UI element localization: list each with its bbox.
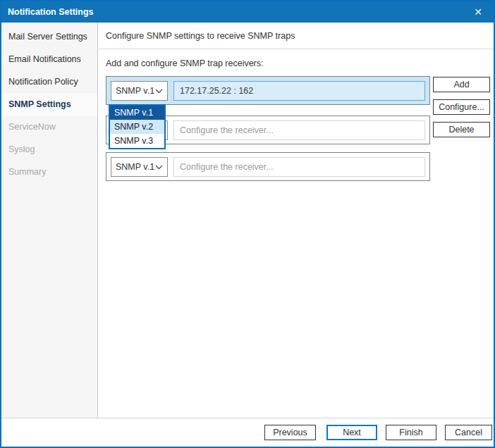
window-title: Notification Settings [1, 7, 94, 17]
receiver-address-input-1[interactable] [173, 81, 425, 101]
wizard-footer: Previous Next Finish Cancel [1, 418, 494, 447]
notification-settings-dialog: Notification Settings ✕ Mail Server Sett… [0, 0, 495, 448]
finish-button[interactable]: Finish [386, 425, 436, 440]
chevron-down-icon [155, 89, 163, 94]
snmp-version-select-3[interactable]: SNMP v.1 [111, 157, 168, 177]
dropdown-option-snmp-v3[interactable]: SNMP v.3 [110, 134, 164, 148]
sidebar-item-snmp-settings[interactable]: SNMP Settings [1, 93, 97, 116]
dropdown-option-snmp-v1[interactable]: SNMP v.1 [110, 106, 164, 120]
titlebar: Notification Settings ✕ [1, 1, 494, 23]
snmp-version-value: SNMP v.1 [116, 86, 154, 96]
snmp-version-dropdown-list: SNMP v.1 SNMP v.2 SNMP v.3 [109, 104, 166, 149]
close-button[interactable]: ✕ [463, 1, 494, 23]
previous-button[interactable]: Previous [264, 425, 316, 440]
receivers-label: Add and configure SNMP trap receivers: [106, 56, 264, 70]
wizard-steps-sidebar: Mail Server Settings Email Notifications… [1, 23, 98, 418]
snmp-version-value: SNMP v.1 [116, 162, 154, 172]
add-button[interactable]: Add [433, 77, 490, 92]
snmp-settings-panel: Configure SNMP settings to receive SNMP … [99, 23, 494, 418]
cancel-button[interactable]: Cancel [445, 425, 492, 440]
receiver-row-1[interactable]: SNMP v.1 [106, 76, 430, 105]
page-title: Configure SNMP settings to receive SNMP … [99, 23, 494, 49]
configure-button[interactable]: Configure... [433, 99, 490, 115]
snmp-version-select-1[interactable]: SNMP v.1 [111, 81, 168, 101]
delete-button[interactable]: Delete [433, 122, 490, 137]
close-icon: ✕ [474, 6, 482, 18]
sidebar-item-mail-server-settings[interactable]: Mail Server Settings [1, 25, 97, 48]
sidebar-item-summary: Summary [1, 161, 97, 183]
receiver-address-input-3[interactable] [173, 157, 425, 177]
sidebar-item-email-notifications[interactable]: Email Notifications [1, 48, 97, 70]
chevron-down-icon [155, 165, 163, 170]
sidebar-item-notification-policy[interactable]: Notification Policy [1, 70, 97, 93]
next-button[interactable]: Next [326, 425, 377, 440]
sidebar-item-syslog: Syslog [1, 138, 97, 161]
sidebar-item-servicenow: ServiceNow [1, 116, 97, 138]
dropdown-option-snmp-v2[interactable]: SNMP v.2 [110, 120, 164, 134]
receiver-address-input-2[interactable] [173, 120, 425, 140]
receiver-row-3[interactable]: SNMP v.1 [106, 152, 430, 181]
